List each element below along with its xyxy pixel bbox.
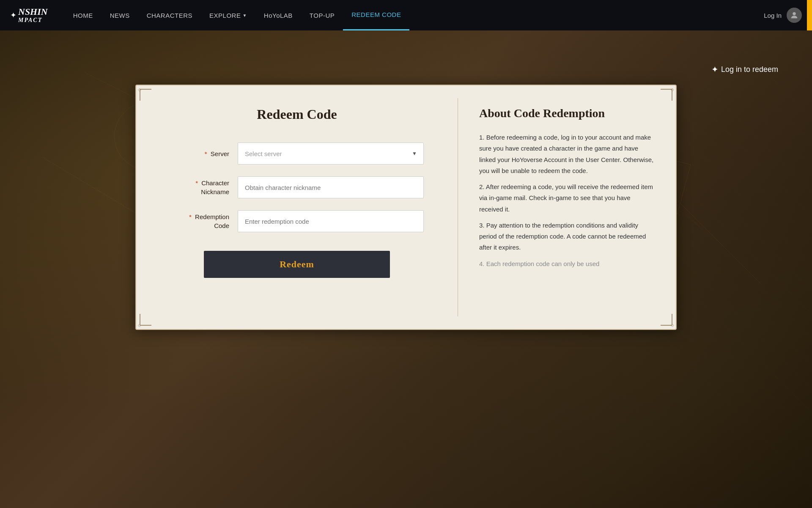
redeem-card: Redeem Code * Server Select server Ameri… <box>135 85 677 330</box>
server-select[interactable]: Select server America Europe Asia TW/HK/… <box>238 143 424 165</box>
required-star-server: * <box>205 150 207 157</box>
about-point-1: 1. Before redeeming a code, log in to yo… <box>479 132 655 176</box>
navbar: ✦ NSHIN MPACT HOME NEWS CHARACTERS EXPLO… <box>0 0 812 30</box>
nav-item-news[interactable]: NEWS <box>102 0 138 30</box>
required-star-redemption: * <box>189 213 192 220</box>
server-select-wrapper: Select server America Europe Asia TW/HK/… <box>238 143 424 165</box>
nav-item-explore-label: EXPLORE <box>209 12 241 19</box>
redemption-form-group: * Redemption Code <box>162 210 432 232</box>
nav-item-redeem-code[interactable]: REDEEM CODE <box>343 0 409 30</box>
server-form-group: * Server Select server America Europe As… <box>162 143 432 165</box>
avatar[interactable] <box>787 8 802 23</box>
redeem-button[interactable]: Redeem <box>204 251 390 278</box>
star-icon: ✦ <box>711 64 719 74</box>
form-title: Redeem Code <box>257 107 337 122</box>
right-title: About Code Redemption <box>479 107 655 120</box>
corner-bl <box>140 314 151 326</box>
nickname-form-group: * Character Nickname <box>162 176 432 198</box>
corner-br <box>661 314 672 326</box>
nickname-input[interactable] <box>238 176 424 198</box>
accent-bar <box>807 0 812 30</box>
redemption-label: * Redemption Code <box>162 212 229 230</box>
about-point-3: 3. Pay attention to the redemption condi… <box>479 220 655 253</box>
logo-text: NSHIN MPACT <box>18 7 48 24</box>
svg-point-0 <box>793 12 796 15</box>
logo-star: ✦ <box>10 11 16 20</box>
nav-item-characters[interactable]: CHARACTERS <box>138 0 201 30</box>
nav-item-top-up[interactable]: TOP-UP <box>301 0 343 30</box>
logo[interactable]: ✦ NSHIN MPACT <box>10 7 48 24</box>
login-button[interactable]: Log In <box>764 12 782 19</box>
corner-tl <box>140 89 151 101</box>
left-panel: Redeem Code * Server Select server Ameri… <box>136 85 458 329</box>
redemption-input[interactable] <box>238 210 424 232</box>
chevron-down-icon: ▼ <box>242 13 247 18</box>
nav-links: HOME NEWS CHARACTERS EXPLORE ▼ HoYoLAB T… <box>65 0 764 30</box>
right-panel: About Code Redemption 1. Before redeemin… <box>458 85 676 329</box>
nav-item-hoyolab[interactable]: HoYoLAB <box>255 0 301 30</box>
server-label: * Server <box>162 149 229 158</box>
nav-item-home[interactable]: HOME <box>65 0 102 30</box>
about-point-4: 4. Each redemption code can only be used <box>479 258 655 269</box>
nav-right: Log In <box>764 8 802 23</box>
required-star-nickname: * <box>195 179 198 187</box>
login-to-redeem-link[interactable]: ✦ Log in to redeem <box>711 64 778 74</box>
main-content: ✦ Log in to redeem Redeem Code * Server … <box>0 30 812 508</box>
about-text: 1. Before redeeming a code, log in to yo… <box>479 132 655 269</box>
nickname-label: * Character Nickname <box>162 178 229 196</box>
nav-item-explore[interactable]: EXPLORE ▼ <box>201 0 255 30</box>
corner-tr <box>661 89 672 101</box>
about-point-2: 2. After redeeming a code, you will rece… <box>479 181 655 215</box>
